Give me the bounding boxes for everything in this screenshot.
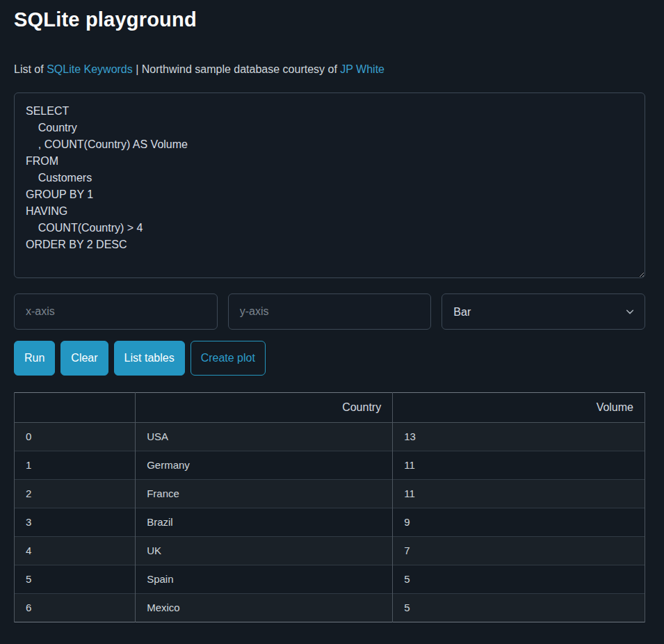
volume-cell: 13 [393, 423, 645, 451]
action-buttons-row: Run Clear List tables Create plot [14, 341, 645, 376]
table-row: 0USA13 [15, 423, 645, 451]
country-cell: France [136, 480, 393, 508]
volume-cell: 9 [393, 508, 645, 537]
query-results: Country Volume 0USA131Germany112France11… [14, 392, 645, 622]
list-tables-button[interactable]: List tables [114, 341, 185, 376]
country-cell: Germany [136, 451, 393, 480]
results-table: Country Volume 0USA131Germany112France11… [14, 392, 645, 622]
row-index-cell: 6 [15, 594, 136, 622]
table-row: 1Germany11 [15, 451, 645, 480]
volume-cell: 5 [393, 594, 645, 622]
row-index-cell: 1 [15, 451, 136, 480]
row-index-cell: 3 [15, 508, 136, 537]
volume-cell: 7 [393, 537, 645, 565]
page-title: SQLite playground [14, 8, 645, 31]
sqlite-keywords-link[interactable]: SQLite Keywords [47, 63, 133, 75]
country-column-header: Country [136, 393, 393, 423]
row-index-cell: 0 [15, 423, 136, 451]
country-cell: Mexico [136, 594, 393, 622]
table-row: 2France11 [15, 480, 645, 508]
y-axis-input[interactable] [228, 293, 432, 330]
volume-cell: 11 [393, 480, 645, 508]
x-axis-input[interactable] [14, 293, 218, 330]
table-row: 6Mexico5 [15, 594, 645, 622]
row-index-cell: 5 [15, 565, 136, 594]
row-index-cell: 2 [15, 480, 136, 508]
clear-button[interactable]: Clear [60, 341, 108, 376]
index-column-header [15, 393, 136, 423]
results-table-body: 0USA131Germany112France113Brazil94UK75Sp… [15, 423, 645, 622]
chart-type-select-wrap: Bar [442, 293, 645, 330]
run-button[interactable]: Run [14, 341, 55, 376]
country-cell: UK [136, 537, 393, 565]
country-cell: Spain [136, 565, 393, 594]
subtitle: List of SQLite Keywords | Northwind samp… [14, 63, 645, 76]
plot-controls-row: Bar [14, 293, 645, 330]
subtitle-middle: | Northwind sample database courtesy of [133, 63, 341, 75]
jp-white-link[interactable]: JP White [340, 63, 384, 75]
create-plot-button[interactable]: Create plot [191, 341, 266, 376]
subtitle-prefix: List of [14, 63, 47, 75]
sql-editor-textarea[interactable]: SELECT Country , COUNT(Country) AS Volum… [14, 92, 645, 278]
table-row: 3Brazil9 [15, 508, 645, 537]
sqlite-playground-app: SQLite playground List of SQLite Keyword… [0, 0, 664, 644]
results-table-header-row: Country Volume [15, 393, 645, 423]
country-cell: USA [136, 423, 393, 451]
table-row: 4UK7 [15, 537, 645, 565]
volume-cell: 11 [393, 451, 645, 480]
chart-type-select[interactable]: Bar [442, 293, 645, 330]
row-index-cell: 4 [15, 537, 136, 565]
country-cell: Brazil [136, 508, 393, 537]
volume-column-header: Volume [393, 393, 645, 423]
volume-cell: 5 [393, 565, 645, 594]
table-row: 5Spain5 [15, 565, 645, 594]
results-table-head: Country Volume [15, 393, 645, 423]
